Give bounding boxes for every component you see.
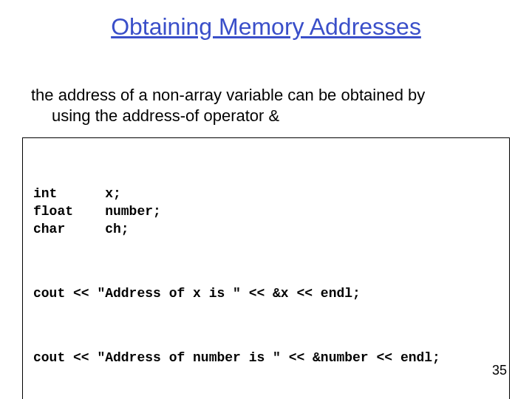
code-decl-3: char ch; <box>33 222 129 236</box>
code-box: int x; float number; char ch; cout << "A… <box>22 137 510 399</box>
code-stmt-1: cout << "Address of x is " << &x << endl… <box>33 284 499 302</box>
body-line-1: the address of a non-array variable can … <box>31 86 425 104</box>
code-decl-1: int x; <box>33 186 121 201</box>
slide-title: Obtaining Memory Addresses <box>0 0 532 41</box>
page-number: 35 <box>492 363 507 378</box>
code-stmt-2: cout << "Address of number is " << &numb… <box>33 349 499 366</box>
body-text: the address of a non-array variable can … <box>31 85 502 126</box>
body-line-2: using the address-of operator & <box>31 106 502 126</box>
slide: Obtaining Memory Addresses the address o… <box>0 0 532 399</box>
code-declarations: int x; float number; char ch; <box>33 185 499 239</box>
code-decl-2: float number; <box>33 204 161 219</box>
